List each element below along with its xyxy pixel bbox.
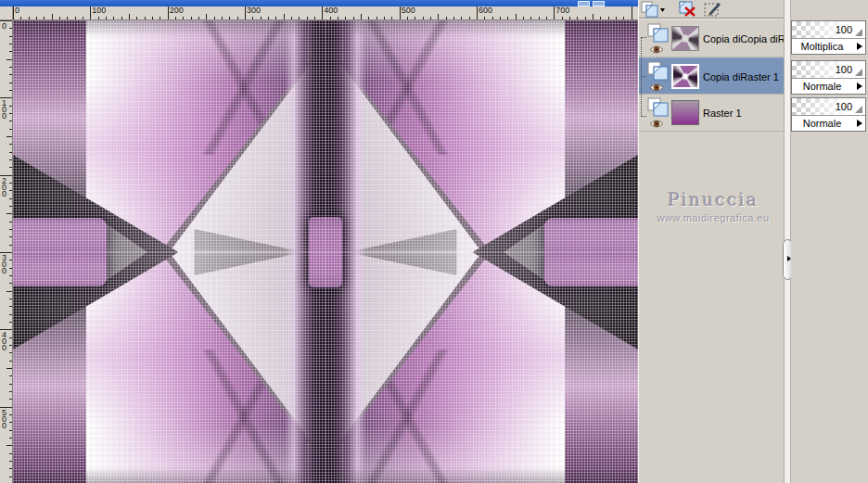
- edit-selection-button[interactable]: [703, 1, 727, 18]
- layers-palette-toolbar: [639, 0, 785, 19]
- layer-pages-icon: [647, 23, 670, 44]
- blend-mode-dropdown[interactable]: Moltiplica: [792, 39, 865, 54]
- layers-palette: Copia diCopia diRaster Copia diRaster 1: [638, 0, 784, 483]
- opacity-slider[interactable]: 100: [792, 21, 865, 39]
- watermark-url: www.maidiregrafica.eu: [645, 212, 782, 223]
- layer-label: Raster 1: [703, 108, 785, 119]
- opacity-value: 100: [836, 64, 852, 75]
- canvas-quadrant: [13, 20, 326, 252]
- new-layer-button[interactable]: [641, 1, 665, 18]
- blend-mode-value: Moltiplica: [792, 41, 852, 52]
- delete-layer-icon: [676, 1, 700, 18]
- layer-row-copia-dicopia[interactable]: Copia diCopia diRaster: [639, 20, 785, 57]
- visibility-eye-icon[interactable]: [649, 83, 664, 93]
- layer-label: Copia diRaster 1: [703, 71, 785, 83]
- ruler-corner: [0, 6, 13, 20]
- delete-layer-button[interactable]: [676, 1, 700, 18]
- blend-arrow-icon[interactable]: [857, 83, 862, 90]
- layer-pages-icon: [647, 61, 670, 82]
- edit-selection-icon: [703, 1, 727, 18]
- layer-label: Copia diCopia diRaster: [703, 33, 785, 44]
- layer-list: Copia diCopia diRaster Copia diRaster 1: [639, 20, 785, 132]
- blend-mode-value: Normale: [792, 81, 852, 92]
- layer-thumbnail[interactable]: [671, 26, 699, 51]
- document-titlebar: [0, 0, 639, 6]
- blend-arrow-icon[interactable]: [857, 43, 862, 50]
- blend-mode-dropdown[interactable]: Normale: [792, 79, 865, 94]
- blend-mode-dropdown[interactable]: Normale: [792, 116, 865, 131]
- canvas-quadrant: [326, 252, 638, 483]
- opacity-slider-thumb-icon[interactable]: [855, 29, 862, 36]
- layer-controls-3: 100 Normale: [791, 97, 866, 132]
- blend-mode-value: Normale: [792, 118, 852, 129]
- layer-pages-icon: [647, 97, 670, 118]
- layer-thumbnail[interactable]: [671, 64, 699, 89]
- blend-arrow-icon[interactable]: [857, 120, 862, 127]
- image-canvas[interactable]: [13, 20, 638, 483]
- palette-splitter[interactable]: [784, 0, 791, 483]
- visibility-eye-icon[interactable]: [649, 44, 664, 55]
- layer-controls-2: 100 Normale: [791, 60, 866, 95]
- new-layer-icon: [641, 1, 665, 18]
- canvas-quadrant: [13, 252, 326, 483]
- canvas-quadrant: [326, 20, 638, 252]
- visibility-eye-icon[interactable]: [649, 119, 664, 129]
- opacity-slider[interactable]: 100: [792, 98, 865, 116]
- layer-row-raster-1[interactable]: Raster 1: [639, 95, 785, 132]
- blend-opacity-column: 100 Moltiplica 100 Normale 100: [791, 0, 868, 483]
- app-window: 0100200300400500600700 0100200300400500: [0, 0, 868, 483]
- watermark-name: Pinuccia: [645, 189, 782, 210]
- opacity-value: 100: [836, 101, 852, 112]
- opacity-slider[interactable]: 100: [792, 61, 865, 79]
- vertical-ruler: 0100200300400500: [0, 20, 13, 483]
- opacity-slider-thumb-icon[interactable]: [855, 106, 862, 113]
- layer-thumbnail[interactable]: [671, 100, 699, 125]
- layer-controls-1: 100 Moltiplica: [791, 20, 866, 55]
- horizontal-ruler: 0100200300400500600700: [13, 6, 639, 20]
- opacity-slider-thumb-icon[interactable]: [855, 69, 862, 76]
- watermark: Pinuccia www.maidiregrafica.eu: [645, 189, 782, 223]
- layer-link-bracket: [641, 37, 645, 117]
- opacity-value: 100: [836, 24, 852, 35]
- layer-row-copia-diraster-1[interactable]: Copia diRaster 1: [639, 57, 785, 95]
